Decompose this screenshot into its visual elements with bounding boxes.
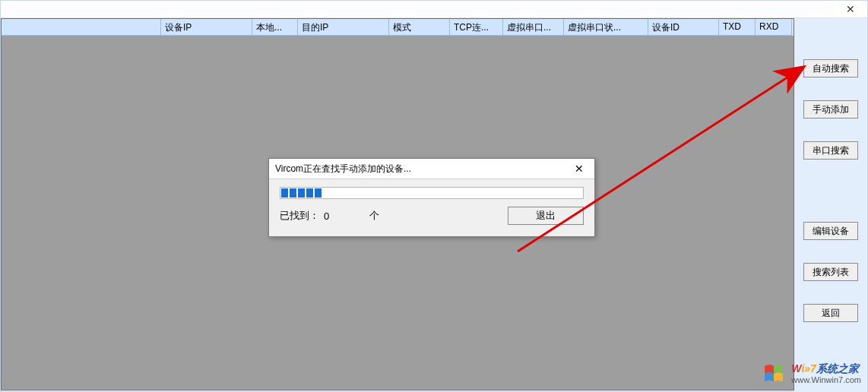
side-panel: 自动搜索 手动添加 串口搜索 编辑设备 搜索列表 返回 xyxy=(794,18,867,392)
progress-bar xyxy=(280,187,584,199)
dialog-titlebar: Vircom正在査找手动添加的设备... ✕ xyxy=(269,159,594,179)
col-vserial-status[interactable]: 虚拟串口状... xyxy=(564,19,648,36)
edit-device-button[interactable]: 编辑设备 xyxy=(803,222,858,240)
found-label: 已找到： xyxy=(280,209,319,223)
found-unit: 个 xyxy=(369,209,379,223)
dialog-close-button[interactable]: ✕ xyxy=(564,159,594,179)
dialog-body: 已找到： 0 个 退出 xyxy=(269,179,594,231)
progress-block xyxy=(281,188,288,198)
window-titlebar: ✕ xyxy=(1,1,867,18)
search-list-button[interactable]: 搜索列表 xyxy=(803,263,858,281)
col-txd[interactable]: TXD xyxy=(719,19,756,36)
col-target-ip[interactable]: 目的IP xyxy=(298,19,389,36)
close-icon: ✕ xyxy=(846,3,855,15)
col-device-ip[interactable]: 设备IP xyxy=(161,19,252,36)
search-progress-dialog: Vircom正在査找手动添加的设备... ✕ 已找到： 0 个 退出 xyxy=(268,158,595,237)
dialog-title: Vircom正在査找手动添加的设备... xyxy=(275,163,411,175)
dialog-status-row: 已找到： 0 个 退出 xyxy=(280,207,584,225)
col-local[interactable]: 本地... xyxy=(252,19,298,36)
progress-block xyxy=(306,188,313,198)
col-mode[interactable]: 模式 xyxy=(389,19,450,36)
col-tcp-conn[interactable]: TCP连... xyxy=(450,19,503,36)
col-rxd[interactable]: RXD xyxy=(756,19,792,36)
serial-search-button[interactable]: 串口搜索 xyxy=(803,141,858,160)
found-count: 0 xyxy=(324,210,362,222)
col-device-id[interactable]: 设备ID xyxy=(648,19,719,36)
app-window: ✕ 设备IP 本地... 目的IP 模式 TCP连... 虚拟串口... 虚拟串… xyxy=(0,0,868,392)
table-header-row: 设备IP 本地... 目的IP 模式 TCP连... 虚拟串口... 虚拟串口状… xyxy=(2,19,794,36)
window-close-button[interactable]: ✕ xyxy=(834,1,867,17)
progress-block xyxy=(315,188,322,198)
exit-button[interactable]: 退出 xyxy=(508,207,584,225)
progress-block xyxy=(298,188,305,198)
progress-block xyxy=(290,188,296,198)
close-icon: ✕ xyxy=(575,163,584,175)
auto-search-button[interactable]: 自动搜索 xyxy=(803,59,858,77)
manual-add-button[interactable]: 手动添加 xyxy=(803,100,858,119)
titlebar-spacer xyxy=(1,1,834,17)
back-button[interactable]: 返回 xyxy=(803,304,858,322)
col-virtual-serial[interactable]: 虚拟串口... xyxy=(503,19,564,36)
col-blank[interactable] xyxy=(2,19,161,36)
